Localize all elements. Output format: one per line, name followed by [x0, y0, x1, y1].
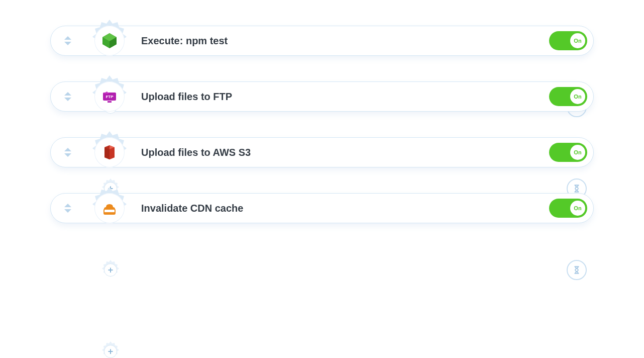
svg-marker-10 [104, 147, 110, 159]
chevron-up-icon [64, 204, 71, 207]
pipeline-step: Execute: npm test On [50, 26, 594, 56]
hourglass-icon [572, 184, 581, 193]
pipeline-list: + Execute: npm test On [0, 26, 644, 223]
step-icon-gear [87, 186, 132, 231]
node-icon [100, 32, 119, 50]
chevron-down-icon [64, 209, 71, 213]
step-icon-gear: FTP [87, 74, 132, 119]
s3-icon [100, 143, 119, 161]
step-bar[interactable]: Invalidate CDN cache On [50, 193, 594, 223]
enable-toggle[interactable]: On [549, 31, 587, 50]
pipeline-step: Upload files to AWS S3 On [50, 137, 594, 167]
drag-handle[interactable] [62, 35, 74, 47]
enable-toggle[interactable]: On [549, 199, 587, 218]
chevron-down-icon [64, 42, 71, 45]
enable-toggle[interactable]: On [549, 143, 587, 162]
step-label[interactable]: Upload files to FTP [141, 91, 549, 103]
enable-toggle[interactable]: On [549, 87, 587, 106]
toggle-knob: On [570, 89, 585, 104]
step-icon-gear [87, 18, 132, 63]
add-step-button[interactable]: + [104, 263, 117, 277]
chevron-up-icon [64, 92, 71, 96]
add-step-connector: + [99, 340, 122, 358]
step-icon-gear [87, 130, 132, 175]
step-bar[interactable]: Upload files to AWS S3 On [50, 137, 594, 167]
chevron-down-icon [64, 98, 71, 101]
step-bar[interactable]: FTP Upload files to FTP On [50, 81, 594, 112]
step-label[interactable]: Invalidate CDN cache [141, 203, 549, 214]
pipeline-step: FTP Upload files to FTP On [50, 81, 594, 112]
chevron-up-icon [64, 36, 71, 40]
wait-badge[interactable] [567, 260, 587, 280]
toggle-label: On [574, 38, 581, 44]
add-step-connector: + [99, 259, 122, 281]
step-label[interactable]: Execute: npm test [141, 35, 549, 47]
toggle-label: On [574, 94, 581, 100]
toggle-label: On [574, 205, 581, 211]
svg-text:FTP: FTP [105, 95, 114, 99]
step-bar[interactable]: Execute: npm test On [50, 26, 594, 56]
toggle-label: On [574, 149, 581, 155]
drag-handle[interactable] [62, 91, 74, 103]
drag-handle[interactable] [62, 202, 74, 214]
svg-rect-12 [104, 212, 115, 214]
svg-rect-5 [108, 101, 112, 103]
step-label[interactable]: Upload files to AWS S3 [141, 147, 549, 158]
toggle-knob: On [570, 145, 585, 160]
chevron-up-icon [64, 148, 71, 151]
drag-handle[interactable] [62, 146, 74, 158]
toggle-knob: On [570, 201, 585, 216]
add-step-button[interactable]: + [104, 345, 117, 358]
svg-marker-9 [110, 147, 115, 159]
cdn-icon [100, 199, 119, 217]
chevron-down-icon [64, 153, 71, 157]
toggle-knob: On [570, 33, 585, 48]
hourglass-icon [572, 265, 581, 275]
ftp-icon: FTP [100, 87, 119, 106]
pipeline-step: Invalidate CDN cache On [50, 193, 594, 223]
